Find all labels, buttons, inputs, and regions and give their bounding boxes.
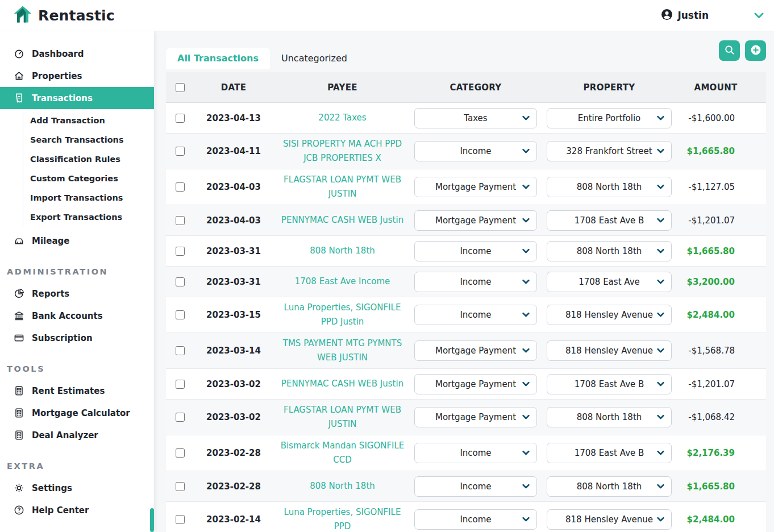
category-select[interactable]: Income — [414, 509, 537, 530]
category-select[interactable]: Income — [414, 272, 537, 292]
category-select[interactable]: Income — [414, 476, 537, 497]
row-checkbox[interactable] — [176, 448, 185, 458]
property-select[interactable]: 328 Frankfort Street — [547, 141, 672, 161]
payee-link[interactable]: PENNYMAC CASH WEB Justin — [281, 377, 403, 391]
sidebar-subitem-label: Add Transaction — [30, 116, 105, 125]
search-button[interactable] — [719, 40, 740, 61]
payee-link[interactable]: SISI PROPERTY MA ACH PPD JCB PROPERTIES … — [277, 137, 409, 165]
row-checkbox[interactable] — [176, 380, 185, 389]
category-value: Mortgage Payment — [435, 215, 516, 226]
rentastic-logo-icon — [13, 4, 33, 27]
table-row: 2023-02-28 Bismarck Mandan SIGONFILE CCD… — [166, 435, 766, 471]
transaction-amount: -$1,568.78 — [688, 346, 735, 356]
transaction-date: 2023-03-02 — [194, 376, 273, 393]
sidebar-item-settings[interactable]: Settings — [0, 477, 154, 499]
category-select[interactable]: Mortgage Payment — [414, 210, 537, 231]
sidebar-item-subscription[interactable]: Subscription — [0, 327, 154, 349]
sidebar-item-classification-rules[interactable]: Classification Rules — [23, 149, 154, 169]
column-header-payee: PAYEE — [273, 79, 412, 96]
property-select[interactable]: 808 North 18th — [547, 407, 672, 427]
gear-icon — [14, 483, 24, 493]
sidebar-item-add-transaction[interactable]: Add Transaction — [23, 111, 154, 130]
property-select[interactable]: Entire Portfolio — [547, 108, 672, 128]
payee-link[interactable]: Luna Properties, SIGONFILE PPD Justin — [277, 301, 409, 329]
category-select[interactable]: Income — [414, 141, 537, 161]
payee-link[interactable]: 808 North 18th — [310, 479, 375, 493]
row-checkbox[interactable] — [176, 247, 185, 256]
chevron-down-icon — [657, 484, 664, 489]
category-select[interactable]: Mortgage Payment — [414, 340, 537, 361]
sidebar-item-deal-analyzer[interactable]: Deal Analyzer — [0, 424, 154, 446]
payee-link[interactable]: 1708 East Ave Income — [295, 275, 390, 289]
sidebar-item-mileage[interactable]: Mileage — [0, 230, 154, 252]
chevron-down-icon[interactable] — [754, 13, 764, 19]
sidebar-scrollbar[interactable] — [150, 508, 154, 532]
property-select[interactable]: 808 North 18th — [547, 241, 672, 261]
sidebar-item-bank-accounts[interactable]: Bank Accounts — [0, 305, 154, 327]
payee-link[interactable]: FLAGSTAR LOAN PYMT WEB JUSTIN — [277, 403, 409, 431]
payee-link[interactable]: 2022 Taxes — [318, 111, 366, 125]
chevron-down-icon — [522, 279, 530, 284]
row-checkbox[interactable] — [176, 182, 185, 192]
category-select[interactable]: Mortgage Payment — [414, 374, 537, 394]
add-transaction-button[interactable] — [745, 40, 766, 61]
sidebar-item-properties[interactable]: Properties — [0, 65, 154, 87]
property-select[interactable]: 808 North 18th — [547, 177, 672, 197]
column-header-amount: AMOUNT — [679, 79, 766, 96]
table-row: 2023-03-02 PENNYMAC CASH WEB Justin Mort… — [166, 369, 766, 400]
sidebar-item-label: Deal Analyzer — [32, 430, 98, 440]
row-checkbox[interactable] — [176, 147, 185, 156]
user-menu[interactable]: Justin — [661, 9, 764, 23]
pie-chart-icon — [14, 288, 24, 299]
property-select[interactable]: 1708 East Ave B — [547, 443, 672, 463]
row-checkbox[interactable] — [176, 413, 185, 422]
property-select[interactable]: 1708 East Ave B — [547, 374, 672, 394]
payee-link[interactable]: TMS PAYMENT MTG PYMNTS WEB JUSTIN — [277, 336, 409, 365]
category-select[interactable]: Taxes — [414, 108, 537, 128]
sidebar-section-extra: EXTRA — [0, 446, 154, 477]
category-select[interactable]: Income — [414, 305, 537, 325]
chevron-down-icon — [522, 185, 530, 190]
transaction-date: 2023-03-14 — [194, 342, 273, 359]
property-select[interactable]: 818 Hensley Avenue — [547, 305, 672, 325]
category-select[interactable]: Income — [414, 241, 537, 261]
payee-link[interactable]: 808 North 18th — [310, 244, 375, 258]
tab-uncategorized[interactable]: Uncategorized — [270, 48, 359, 69]
sidebar-item-reports[interactable]: Reports — [0, 282, 154, 305]
tab-all-transactions[interactable]: All Transactions — [166, 48, 270, 69]
property-value: 808 North 18th — [577, 246, 642, 256]
sidebar-item-label: Subscription — [32, 333, 93, 343]
property-select[interactable]: 1708 East Ave — [547, 272, 672, 292]
sidebar-item-import-transactions[interactable]: Import Transactions — [23, 188, 154, 207]
payee-link[interactable]: FLAGSTAR LOAN PYMT WEB JUSTIN — [277, 173, 409, 201]
category-value: Income — [460, 146, 491, 156]
sidebar-item-mortgage-calculator[interactable]: Mortgage Calculator — [0, 402, 154, 424]
sidebar-item-export-transactions[interactable]: Export Transactions — [23, 207, 154, 227]
sidebar-item-dashboard[interactable]: Dashboard — [0, 43, 154, 65]
row-checkbox[interactable] — [176, 482, 185, 491]
category-select[interactable]: Income — [414, 443, 537, 463]
payee-link[interactable]: Bismarck Mandan SIGONFILE CCD — [277, 439, 409, 467]
row-checkbox[interactable] — [176, 515, 185, 524]
table-row: 2023-04-11 SISI PROPERTY MA ACH PPD JCB … — [166, 134, 766, 169]
sidebar-item-search-transactions[interactable]: Search Transactions — [23, 130, 154, 149]
sidebar-item-transactions[interactable]: Transactions — [0, 87, 154, 109]
chevron-down-icon — [522, 248, 530, 253]
property-select[interactable]: 818 Hensley Avenue — [547, 340, 672, 361]
row-checkbox[interactable] — [176, 277, 185, 286]
row-checkbox[interactable] — [176, 114, 185, 123]
sidebar-item-rent-estimates[interactable]: Rent Estimates — [0, 380, 154, 402]
row-checkbox[interactable] — [176, 310, 185, 319]
property-select[interactable]: 818 Hensley Avenue — [547, 509, 672, 530]
category-select[interactable]: Mortgage Payment — [414, 177, 537, 197]
sidebar-item-custom-categories[interactable]: Custom Categories — [23, 169, 154, 188]
row-checkbox[interactable] — [176, 216, 185, 225]
category-select[interactable]: Mortgage Payment — [414, 407, 537, 427]
payee-link[interactable]: PENNYMAC CASH WEB Justin — [281, 213, 403, 227]
select-all-checkbox[interactable] — [176, 83, 185, 92]
row-checkbox[interactable] — [176, 346, 185, 355]
property-select[interactable]: 808 North 18th — [547, 476, 672, 497]
sidebar-item-help-center[interactable]: Help Center — [0, 499, 154, 521]
payee-link[interactable]: Luna Properties, SIGONFILE PPD — [277, 505, 409, 532]
property-select[interactable]: 1708 East Ave B — [547, 210, 672, 231]
